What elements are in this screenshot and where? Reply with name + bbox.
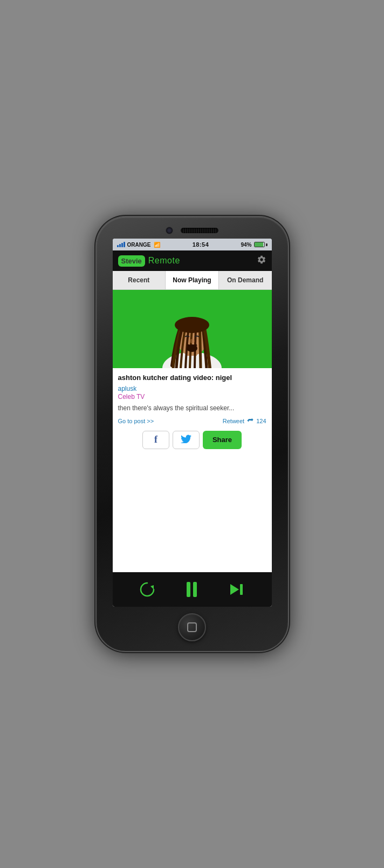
share-buttons: f Share xyxy=(118,431,266,455)
battery-fill xyxy=(255,242,264,247)
pause-bars xyxy=(187,582,197,597)
facebook-icon: f xyxy=(154,434,157,445)
screen: ORANGE 📶 18:54 94% Stevie xyxy=(113,239,272,607)
media-thumbnail xyxy=(113,290,272,368)
retweet-icon xyxy=(246,417,254,425)
pause-button[interactable] xyxy=(187,582,197,597)
share-facebook-button[interactable]: f xyxy=(142,431,169,449)
logo-box: Stevie xyxy=(118,255,145,267)
media-image-svg xyxy=(113,290,272,368)
signal-bar-2 xyxy=(119,244,121,247)
twitter-icon xyxy=(181,433,191,446)
app-header: Stevie Remote xyxy=(113,250,272,271)
logo-container: Stevie Remote xyxy=(118,255,180,267)
wifi-icon: 📶 xyxy=(154,242,160,248)
phone-device: ORANGE 📶 18:54 94% Stevie xyxy=(97,217,288,651)
retweet-label[interactable]: Retweet xyxy=(223,418,244,424)
retweet-area[interactable]: Retweet 124 xyxy=(223,417,266,425)
share-twitter-button[interactable] xyxy=(173,431,200,449)
pause-bar-left xyxy=(187,582,190,597)
earpiece-speaker xyxy=(181,228,218,233)
post-author[interactable]: aplusk xyxy=(118,385,266,392)
tab-bar: Recent Now Playing On Demand xyxy=(113,271,272,290)
content-area: ashton kutcher dating video: nigel aplus… xyxy=(113,290,272,572)
battery-body xyxy=(254,242,265,247)
logo-text: Remote xyxy=(148,256,180,266)
player-controls xyxy=(113,572,272,607)
screen-content: ORANGE 📶 18:54 94% Stevie xyxy=(113,239,272,607)
svg-marker-8 xyxy=(230,584,239,595)
svg-marker-7 xyxy=(150,585,154,589)
svg-point-4 xyxy=(175,317,209,333)
pause-bar-right xyxy=(193,582,197,597)
svg-rect-9 xyxy=(240,584,243,595)
tab-now-playing[interactable]: Now Playing xyxy=(166,271,219,289)
post-description: then there's always the spiritual seeker… xyxy=(118,404,266,413)
phone-top-hardware xyxy=(97,217,288,234)
status-left: ORANGE 📶 xyxy=(117,242,161,248)
status-time: 18:54 xyxy=(193,241,209,248)
retweet-count: 124 xyxy=(256,418,266,424)
carrier-name: ORANGE xyxy=(127,242,151,248)
home-button-area xyxy=(97,607,288,651)
tab-on-demand[interactable]: On Demand xyxy=(219,271,272,289)
signal-bar-3 xyxy=(121,243,123,247)
settings-icon[interactable] xyxy=(257,255,266,267)
go-to-post-link[interactable]: Go to post >> xyxy=(118,418,154,424)
post-content: ashton kutcher dating video: nigel aplus… xyxy=(113,368,272,460)
share-button[interactable]: Share xyxy=(203,431,242,449)
home-button-square xyxy=(187,622,197,632)
replay-button[interactable] xyxy=(139,581,156,598)
post-title: ashton kutcher dating video: nigel xyxy=(118,374,266,383)
signal-bar-1 xyxy=(117,245,119,247)
tab-recent[interactable]: Recent xyxy=(113,271,166,289)
status-right: 94% xyxy=(241,242,267,248)
signal-bar-4 xyxy=(124,242,125,247)
home-button[interactable] xyxy=(178,613,206,641)
signal-bars xyxy=(117,242,125,247)
post-category[interactable]: Celeb TV xyxy=(118,393,266,401)
skip-forward-button[interactable] xyxy=(228,581,245,598)
battery-percent: 94% xyxy=(241,242,251,248)
front-camera xyxy=(166,227,173,234)
battery-icon xyxy=(254,242,268,247)
svg-point-5 xyxy=(189,339,195,343)
status-bar: ORANGE 📶 18:54 94% xyxy=(113,239,272,250)
battery-tip xyxy=(266,243,268,246)
post-actions: Go to post >> Retweet 124 xyxy=(118,417,266,425)
